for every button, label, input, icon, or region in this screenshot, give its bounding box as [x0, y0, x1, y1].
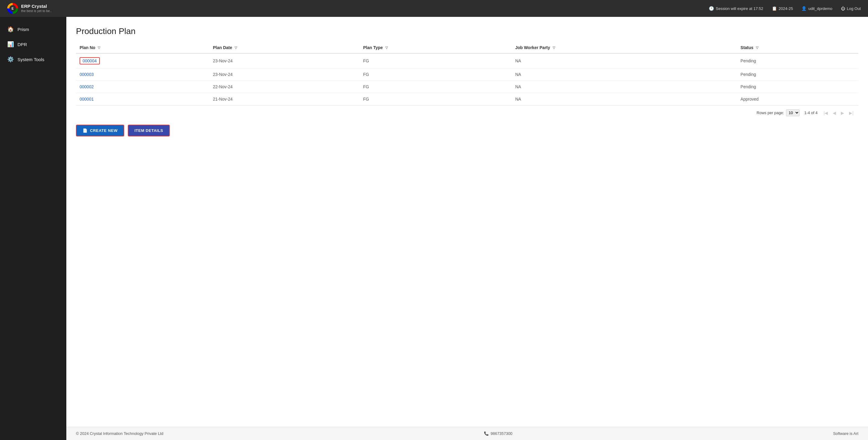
sidebar: 🏠 Prism 📊 DPR ⚙️ System Tools: [0, 17, 66, 440]
col-plan-date: Plan Date ▽: [209, 42, 360, 53]
header: E ERP Crystal the best is yet to be.. 🕐 …: [0, 0, 868, 17]
logo-inner: E: [9, 5, 16, 12]
cell-job_worker: NA: [512, 68, 737, 81]
plan-no-link[interactable]: 000003: [80, 72, 94, 77]
chart-icon: 📊: [7, 41, 14, 47]
cell-plan_type: FG: [360, 68, 512, 81]
plan-no-link[interactable]: 000002: [80, 84, 94, 89]
col-status: Status ▽: [737, 42, 858, 53]
logout-button[interactable]: ⏻ Log Out: [841, 6, 861, 11]
pagination: Rows per page: 10 25 50 1-4 of 4 |◀ ◀ ▶ …: [76, 105, 858, 120]
cell-plan_type: FG: [360, 53, 512, 68]
year-label: 2024-25: [779, 6, 793, 11]
item-details-button[interactable]: ITEM DETAILS: [128, 125, 170, 136]
logo-icon: E: [7, 3, 18, 14]
filter-icon-status[interactable]: ▽: [756, 46, 758, 50]
sidebar-item-dpr[interactable]: 📊 DPR: [0, 37, 66, 52]
user-icon: 👤: [801, 6, 806, 11]
rows-per-page-select[interactable]: 10 25 50: [786, 109, 800, 116]
session-label: Session will expire at 17:52: [716, 6, 764, 11]
create-new-icon: 📄: [83, 128, 88, 133]
logo-text: ERP Crystal the best is yet to be..: [21, 4, 52, 13]
production-plan-table: Plan No ▽ Plan Date ▽ Pl: [76, 42, 858, 105]
main-content: Production Plan Plan No ▽ Plan Da: [66, 17, 868, 440]
table-row[interactable]: 00000323-Nov-24FGNAPending: [76, 68, 858, 81]
cell-job_worker: NA: [512, 93, 737, 105]
session-info: 🕐 Session will expire at 17:52: [709, 6, 764, 11]
footer-tagline: Software is Art: [833, 431, 858, 436]
prev-page-button[interactable]: ◀: [832, 110, 837, 116]
col-job-worker: Job Worker Party ▽: [512, 42, 737, 53]
cell-job_worker: NA: [512, 53, 737, 68]
table-row[interactable]: 00000222-Nov-24FGNAPending: [76, 81, 858, 93]
cell-plan_type: FG: [360, 81, 512, 93]
footer: © 2024 Crystal Information Technology Pr…: [66, 427, 868, 440]
user-info: 👤 udit_dprdemo: [801, 6, 832, 11]
logout-icon: ⏻: [841, 6, 845, 11]
cell-status: Approved: [737, 93, 858, 105]
cell-status: Pending: [737, 81, 858, 93]
page-range: 1-4 of 4: [804, 110, 818, 115]
col-plan-type: Plan Type ▽: [360, 42, 512, 53]
cell-plan_type: FG: [360, 93, 512, 105]
filter-icon-plan-date[interactable]: ▽: [235, 46, 237, 50]
filter-icon-plan-no[interactable]: ▽: [98, 46, 100, 50]
create-new-button[interactable]: 📄 CREATE NEW: [76, 125, 124, 136]
phone-icon: 📞: [484, 431, 489, 436]
footer-phone: 📞 9867357300: [484, 431, 512, 436]
filter-icon-plan-type[interactable]: ▽: [385, 46, 388, 50]
sidebar-item-system-tools[interactable]: ⚙️ System Tools: [0, 52, 66, 67]
last-page-button[interactable]: ▶|: [848, 110, 855, 116]
cell-status: Pending: [737, 53, 858, 68]
footer-copyright: © 2024 Crystal Information Technology Pr…: [76, 431, 163, 436]
content-area: Production Plan Plan No ▽ Plan Da: [66, 17, 868, 427]
logout-label: Log Out: [847, 6, 861, 11]
table-row[interactable]: 00000121-Nov-24FGNAApproved: [76, 93, 858, 105]
header-right: 🕐 Session will expire at 17:52 📋 2024-25…: [709, 6, 861, 11]
rows-per-page-label: Rows per page:: [757, 110, 784, 115]
app-subtitle: the best is yet to be..: [21, 9, 52, 13]
cell-job_worker: NA: [512, 81, 737, 93]
cell-plan_date: 21-Nov-24: [209, 93, 360, 105]
table-header-row: Plan No ▽ Plan Date ▽ Pl: [76, 42, 858, 53]
home-icon: 🏠: [7, 26, 14, 33]
filter-icon-job-worker[interactable]: ▽: [553, 46, 555, 50]
app-title: ERP Crystal: [21, 4, 52, 9]
year-info: 📋 2024-25: [772, 6, 793, 11]
sidebar-label-prism: Prism: [18, 27, 29, 32]
user-label: udit_dprdemo: [808, 6, 832, 11]
app-logo: E ERP Crystal the best is yet to be..: [7, 3, 52, 14]
action-buttons: 📄 CREATE NEW ITEM DETAILS: [76, 120, 858, 136]
cell-plan_date: 23-Nov-24: [209, 68, 360, 81]
rows-per-page-control: Rows per page: 10 25 50: [757, 109, 800, 116]
app-body: 🏠 Prism 📊 DPR ⚙️ System Tools Production…: [0, 17, 868, 440]
phone-number: 9867357300: [491, 431, 512, 436]
plan-no-link[interactable]: 000004: [80, 57, 100, 64]
sidebar-label-dpr: DPR: [18, 42, 27, 47]
sidebar-item-prism[interactable]: 🏠 Prism: [0, 22, 66, 37]
sidebar-label-system-tools: System Tools: [18, 57, 44, 62]
table-row[interactable]: 00000423-Nov-24FGNAPending: [76, 53, 858, 68]
cell-plan_date: 22-Nov-24: [209, 81, 360, 93]
page-title: Production Plan: [76, 27, 858, 36]
cell-status: Pending: [737, 68, 858, 81]
gear-icon: ⚙️: [7, 56, 14, 63]
plan-no-link[interactable]: 000001: [80, 97, 94, 101]
calendar-icon: 📋: [772, 6, 777, 11]
col-plan-no: Plan No ▽: [76, 42, 209, 53]
first-page-button[interactable]: |◀: [823, 110, 829, 116]
clock-icon: 🕐: [709, 6, 714, 11]
next-page-button[interactable]: ▶: [840, 110, 845, 116]
cell-plan_date: 23-Nov-24: [209, 53, 360, 68]
